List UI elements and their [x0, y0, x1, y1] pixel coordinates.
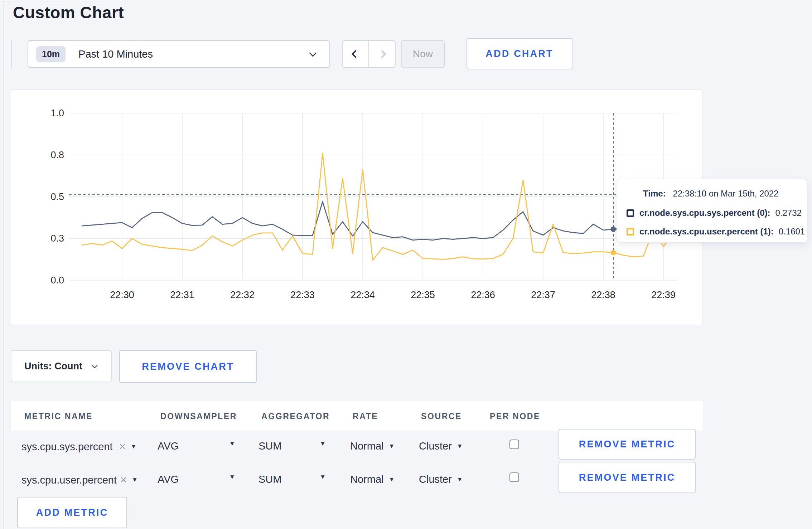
dropdown-arrow-icon: ▼: [131, 443, 137, 450]
header-rate: RATE: [353, 412, 378, 421]
rate-value: Normal: [350, 440, 383, 452]
downsampler-value: AVG: [158, 440, 179, 452]
toolbar-divider: [11, 40, 11, 68]
svg-text:0.5: 0.5: [50, 191, 64, 202]
rate-select[interactable]: Normal▼: [350, 474, 395, 485]
tooltip-series-row: cr.node.sys.cpu.user.percent (1): 0.1601: [627, 227, 805, 237]
add-metric-button[interactable]: ADD METRIC: [17, 497, 127, 528]
svg-text:22:37: 22:37: [531, 290, 555, 300]
downsampler-select[interactable]: AVG: [158, 440, 179, 452]
header-downsampler: DOWNSAMPLER: [160, 412, 237, 421]
chevron-right-icon: [378, 50, 386, 58]
svg-text:22:39: 22:39: [651, 290, 676, 300]
header-source: SOURCE: [421, 412, 462, 421]
tooltip-series-name: cr.node.sys.cpu.sys.percent (0):: [639, 208, 770, 218]
aggregator-select[interactable]: SUM: [258, 440, 281, 452]
rate-value: Normal: [350, 474, 383, 485]
clear-metric-icon[interactable]: ×: [120, 474, 127, 486]
tooltip-series-value: 0.1601: [779, 227, 805, 237]
source-value: Cluster: [419, 474, 452, 485]
custom-chart-page: Custom Chart 10m Past 10 Minutes Now ADD…: [0, 0, 812, 529]
cpu-percent-line-chart[interactable]: 0.00.30.50.81.022:3022:3122:3222:3322:34…: [11, 90, 703, 325]
dropdown-arrow-icon: ▼: [229, 474, 235, 481]
source-select[interactable]: Cluster▼: [419, 440, 463, 452]
dropdown-arrow-icon: ▼: [457, 443, 463, 450]
dropdown-arrow-icon: ▼: [457, 476, 463, 483]
top-divider: [0, 1, 812, 1]
dropdown-arrow-icon: ▼: [132, 476, 138, 484]
now-button[interactable]: Now: [401, 40, 445, 68]
dropdown-arrow-icon: ▼: [320, 474, 326, 481]
per-node-checkbox[interactable]: [509, 472, 519, 482]
chevron-left-icon: [352, 50, 360, 58]
header-per-node: PER NODE: [490, 412, 540, 421]
svg-text:22:35: 22:35: [411, 290, 435, 300]
downsampler-arrow[interactable]: ▼: [229, 440, 235, 447]
svg-text:22:32: 22:32: [230, 290, 255, 300]
user-series-swatch-icon: [627, 228, 634, 236]
units-select[interactable]: Units: Count: [11, 350, 112, 382]
clear-metric-icon[interactable]: ×: [119, 440, 126, 453]
per-node-checkbox[interactable]: [509, 440, 519, 449]
aggregator-value: SUM: [258, 440, 281, 452]
time-range-label: Past 10 Minutes: [78, 48, 153, 60]
svg-text:22:36: 22:36: [471, 290, 495, 300]
metric-name-select[interactable]: sys.cpu.sys.percent × ▼: [21, 440, 137, 453]
svg-text:22:31: 22:31: [170, 290, 194, 300]
time-pager: [342, 40, 396, 68]
svg-text:0.3: 0.3: [50, 233, 64, 244]
svg-text:22:38: 22:38: [591, 290, 615, 300]
left-divider: [3, 1, 4, 529]
dropdown-arrow-icon: ▼: [320, 440, 326, 447]
tooltip-time-label: Time:: [643, 189, 666, 198]
aggregator-select[interactable]: SUM: [258, 474, 281, 485]
chart-tooltip: Time:22:38:10 on Mar 15th, 2022 cr.node.…: [617, 179, 807, 243]
chart-card: 0.00.30.50.81.022:3022:3122:3222:3322:34…: [11, 89, 703, 325]
aggregator-value: SUM: [258, 474, 281, 485]
downsampler-value: AVG: [158, 474, 179, 485]
next-range-button[interactable]: [368, 41, 395, 67]
tooltip-series-row: cr.node.sys.cpu.sys.percent (0): 0.2732: [627, 208, 802, 218]
tooltip-time-row: Time:22:38:10 on Mar 15th, 2022: [643, 189, 778, 199]
rate-select[interactable]: Normal▼: [350, 440, 395, 452]
dropdown-arrow-icon: ▼: [229, 440, 235, 447]
page-title: Custom Chart: [13, 3, 124, 22]
remove-metric-button[interactable]: REMOVE METRIC: [559, 462, 696, 493]
svg-text:1.0: 1.0: [50, 108, 64, 118]
tooltip-time-value: 22:38:10 on Mar 15th, 2022: [673, 189, 779, 198]
prev-range-button[interactable]: [343, 41, 368, 67]
dropdown-arrow-icon: ▼: [388, 443, 395, 450]
metric-name-value: sys.cpu.sys.percent: [21, 441, 113, 453]
svg-text:0.0: 0.0: [50, 275, 64, 286]
aggregator-arrow[interactable]: ▼: [320, 440, 326, 447]
header-aggregator: AGGREGATOR: [261, 412, 330, 421]
time-range-badge: 10m: [36, 46, 66, 62]
metric-name-value: sys.cpu.user.percent: [21, 474, 117, 486]
downsampler-arrow[interactable]: ▼: [229, 474, 235, 481]
tooltip-series-value: 0.2732: [775, 208, 801, 218]
chevron-down-icon: [309, 49, 316, 57]
aggregator-arrow[interactable]: ▼: [320, 474, 326, 481]
time-range-select[interactable]: 10m Past 10 Minutes: [28, 40, 330, 68]
svg-text:22:34: 22:34: [351, 290, 375, 300]
dropdown-arrow-icon: ▼: [388, 476, 395, 483]
sys-series-swatch-icon: [627, 209, 634, 217]
add-chart-button[interactable]: ADD CHART: [467, 38, 572, 69]
metric-name-select[interactable]: sys.cpu.user.percent × ▼: [21, 474, 138, 486]
tooltip-series-name: cr.node.sys.cpu.user.percent (1):: [639, 227, 774, 237]
header-metric-name: METRIC NAME: [24, 412, 93, 421]
units-label: Units: Count: [24, 361, 82, 372]
svg-text:0.8: 0.8: [50, 150, 64, 160]
source-value: Cluster: [419, 440, 452, 452]
remove-metric-button[interactable]: REMOVE METRIC: [559, 429, 696, 460]
chevron-down-icon: [92, 362, 98, 368]
svg-text:22:33: 22:33: [290, 290, 315, 300]
svg-text:22:30: 22:30: [110, 290, 134, 300]
downsampler-select[interactable]: AVG: [158, 474, 179, 485]
source-select[interactable]: Cluster▼: [419, 474, 463, 485]
remove-chart-button[interactable]: REMOVE CHART: [119, 350, 257, 383]
